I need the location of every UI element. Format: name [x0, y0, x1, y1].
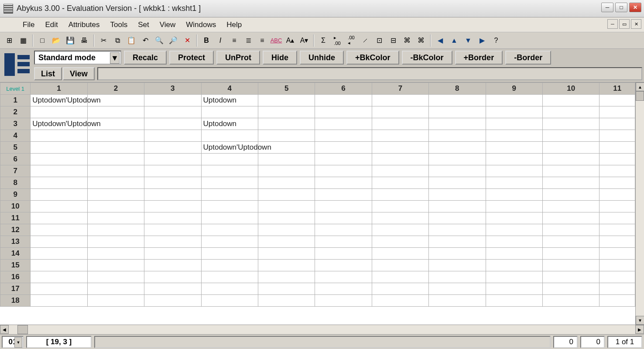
cell[interactable]: [486, 95, 542, 106]
cell[interactable]: [372, 177, 428, 189]
cell[interactable]: [258, 283, 315, 295]
row-header[interactable]: 11: [0, 212, 31, 224]
cell[interactable]: [144, 236, 201, 248]
cell[interactable]: [258, 260, 315, 271]
cell[interactable]: [429, 95, 486, 106]
cell[interactable]: [486, 165, 542, 177]
cell[interactable]: [372, 283, 428, 295]
row-header[interactable]: 18: [0, 295, 31, 307]
scroll-up-arrow[interactable]: ▲: [636, 82, 644, 91]
open-icon[interactable]: 📂: [50, 34, 63, 47]
column-header[interactable]: 11: [599, 83, 635, 95]
scroll-left-arrow[interactable]: ◀: [0, 325, 9, 334]
mode-select[interactable]: Standard mode ▼: [34, 51, 121, 65]
cell[interactable]: [87, 260, 144, 271]
row-header[interactable]: 8: [0, 177, 31, 189]
cell[interactable]: [31, 283, 87, 295]
cell[interactable]: [486, 189, 542, 201]
find-next-icon[interactable]: 🔎: [167, 34, 180, 47]
cell[interactable]: [542, 236, 599, 248]
cell[interactable]: [542, 260, 599, 271]
cell[interactable]: [599, 177, 635, 189]
cell[interactable]: Uptodown: [201, 118, 258, 130]
cell[interactable]: [372, 201, 428, 212]
row-header[interactable]: 6: [0, 154, 31, 165]
cell[interactable]: [201, 165, 258, 177]
row-header[interactable]: 16: [0, 271, 31, 283]
cell[interactable]: [429, 260, 486, 271]
cell[interactable]: [372, 236, 428, 248]
cell[interactable]: [486, 224, 542, 236]
cell[interactable]: [144, 118, 201, 130]
cell[interactable]: [372, 118, 428, 130]
cell[interactable]: [486, 201, 542, 212]
level-select[interactable]: 01 ▼: [2, 336, 24, 348]
cell[interactable]: [258, 165, 315, 177]
cell[interactable]: [315, 236, 372, 248]
row-header[interactable]: 3: [0, 118, 31, 130]
cell[interactable]: [144, 142, 201, 154]
cell[interactable]: [31, 154, 87, 165]
cell[interactable]: [542, 189, 599, 201]
cell[interactable]: [599, 130, 635, 142]
cell[interactable]: [87, 142, 144, 154]
unprot-button[interactable]: UnProt: [216, 51, 260, 65]
cell[interactable]: [486, 212, 542, 224]
close-button[interactable]: ✕: [629, 3, 641, 12]
cell[interactable]: [315, 224, 372, 236]
border-button[interactable]: -Border: [505, 51, 551, 65]
menu-edit[interactable]: Edit: [40, 19, 63, 31]
hide-button[interactable]: Hide: [263, 51, 297, 65]
cell[interactable]: [144, 248, 201, 260]
cell[interactable]: [542, 283, 599, 295]
cell[interactable]: [87, 271, 144, 283]
go-down-icon[interactable]: ▼: [462, 34, 475, 47]
hierarchy2-icon[interactable]: ⌘: [414, 34, 428, 47]
cell[interactable]: [372, 295, 428, 307]
row-header[interactable]: 12: [0, 224, 31, 236]
cell[interactable]: [372, 106, 428, 118]
cell[interactable]: [542, 154, 599, 165]
cell[interactable]: [599, 248, 635, 260]
column-header[interactable]: 4: [201, 83, 258, 95]
cell[interactable]: [144, 224, 201, 236]
cell[interactable]: [315, 248, 372, 260]
cell[interactable]: [144, 189, 201, 201]
cell[interactable]: [144, 177, 201, 189]
cell[interactable]: [599, 201, 635, 212]
recalc-button[interactable]: Recalc: [124, 51, 167, 65]
column-header[interactable]: 2: [87, 83, 144, 95]
maximize-button[interactable]: □: [615, 3, 627, 12]
cell[interactable]: [599, 271, 635, 283]
cell[interactable]: [31, 295, 87, 307]
cell[interactable]: [429, 248, 486, 260]
cell[interactable]: [31, 212, 87, 224]
cell[interactable]: [258, 224, 315, 236]
align-left-icon[interactable]: ≡: [228, 34, 241, 47]
cell[interactable]: [201, 271, 258, 283]
cell[interactable]: [542, 177, 599, 189]
font-grow-icon[interactable]: A▴: [284, 34, 297, 47]
cell[interactable]: [542, 142, 599, 154]
cell[interactable]: [429, 189, 486, 201]
go-right-icon[interactable]: ▶: [476, 34, 489, 47]
cell[interactable]: [315, 142, 372, 154]
cell[interactable]: [31, 248, 87, 260]
worksheet-icon[interactable]: ▦: [17, 34, 30, 47]
cell[interactable]: [486, 154, 542, 165]
cell[interactable]: [315, 130, 372, 142]
cell[interactable]: [258, 95, 315, 106]
row-header[interactable]: 17: [0, 283, 31, 295]
cell[interactable]: [542, 106, 599, 118]
cell[interactable]: [201, 224, 258, 236]
row-header[interactable]: 13: [0, 236, 31, 248]
cell[interactable]: Uptodown'Uptodown: [31, 95, 87, 106]
cell[interactable]: [372, 271, 428, 283]
group2-icon[interactable]: ⊟: [387, 34, 400, 47]
new-sheet-icon[interactable]: ⊞: [3, 34, 16, 47]
cell[interactable]: [258, 248, 315, 260]
cell[interactable]: [486, 295, 542, 307]
cell[interactable]: [429, 283, 486, 295]
cell[interactable]: [372, 224, 428, 236]
vscroll-thumb[interactable]: [636, 91, 644, 101]
